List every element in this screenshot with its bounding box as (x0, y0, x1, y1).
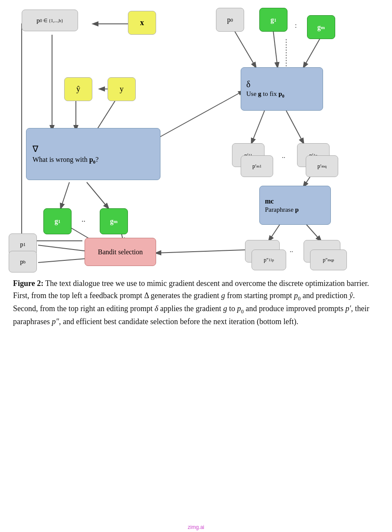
node-p-prime-m1: p′m1 (241, 155, 273, 177)
node-gm-right: gm (307, 15, 335, 39)
caption-area: Figure 2: The text dialogue tree we use … (0, 269, 392, 337)
dots-dprime: ∙∙ (290, 248, 293, 256)
svg-line-9 (38, 245, 91, 252)
svg-line-10 (38, 258, 91, 263)
node-bandit: Bandit selection (85, 238, 156, 266)
node-y: y (108, 77, 136, 101)
caption-text: Figure 2: The text dialogue tree we use … (13, 278, 379, 328)
node-p-dprime-11p: p″11p (252, 250, 286, 270)
node-yhat: ŷ (64, 77, 92, 101)
svg-line-12 (273, 30, 278, 67)
node-p-prime-mq: p′mq (306, 155, 338, 177)
node-delta-box: δ Use g to fix p0 (241, 67, 323, 111)
node-x: x (128, 11, 156, 35)
node-p0-right: p0 (216, 8, 244, 32)
node-p0-left: p0 ∈ {1,...,b} (22, 10, 78, 31)
svg-line-20 (156, 250, 256, 253)
figure-label: Figure 2: (13, 279, 43, 288)
svg-line-13 (304, 37, 321, 67)
svg-line-6 (87, 182, 108, 208)
node-pb: pb (9, 251, 37, 273)
node-gradient-box: ∇ What is wrong with p0? (26, 128, 160, 180)
svg-line-16 (286, 111, 304, 143)
svg-line-11 (234, 30, 256, 67)
node-g1-left: g1 (43, 208, 72, 234)
watermark: zimg.ai (188, 524, 204, 530)
dots-g-right: : (295, 22, 297, 30)
node-p-dprime-mqp: p″mqp (310, 250, 347, 270)
svg-line-15 (252, 111, 265, 143)
dots-prime-mid: ∙∙ (282, 154, 285, 162)
node-g1-right: g1 (259, 8, 287, 32)
node-mc-box: mc Paraphrase p (259, 186, 331, 225)
dots-g-left: ∙∙ (82, 217, 85, 226)
diagram-area: p0 ∈ {1,...,b} x ŷ y ∇ What is wrong wit… (0, 0, 392, 269)
node-gm-left: gm (100, 208, 128, 234)
svg-line-5 (61, 182, 69, 208)
